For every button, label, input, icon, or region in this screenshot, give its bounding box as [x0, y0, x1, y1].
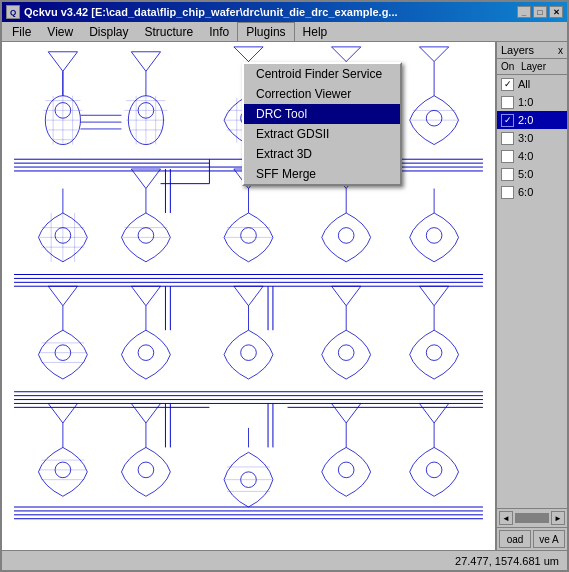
minimize-button[interactable]: _: [517, 6, 531, 18]
app-icon: Q: [6, 5, 20, 19]
layers-columns: On Layer: [497, 59, 567, 75]
window-title: Qckvu v3.42 [E:\cad_data\flip_chip_wafer…: [24, 6, 398, 18]
layer-label-all: All: [518, 78, 530, 90]
layer-row-all[interactable]: All: [497, 75, 567, 93]
menu-correction-viewer[interactable]: Correction Viewer: [244, 84, 400, 104]
layer-row-4-0[interactable]: 4:0: [497, 147, 567, 165]
layers-header: Layers x: [497, 42, 567, 59]
layer-label-5-0: 5:0: [518, 168, 533, 180]
title-bar-left: Q Qckvu v3.42 [E:\cad_data\flip_chip_waf…: [6, 5, 398, 19]
layer-checkbox-6-0[interactable]: [501, 186, 514, 199]
layer-row-3-0[interactable]: 3:0: [497, 129, 567, 147]
layer-load-button[interactable]: oad: [499, 530, 531, 548]
plugins-dropdown: Centroid Finder Service Correction Viewe…: [242, 62, 402, 186]
layers-bottom-buttons: oad ve A: [497, 527, 567, 550]
layer-label-3-0: 3:0: [518, 132, 533, 144]
title-buttons: _ □ ✕: [517, 6, 563, 18]
layers-scrollbar: ◄ ►: [497, 508, 567, 527]
menu-display[interactable]: Display: [81, 22, 136, 41]
layer-row-1-0[interactable]: 1:0: [497, 93, 567, 111]
layer-checkbox-2-0[interactable]: [501, 114, 514, 127]
layers-panel: Layers x On Layer All 1:0 2:0: [495, 42, 567, 550]
layer-label-4-0: 4:0: [518, 150, 533, 162]
menu-plugins[interactable]: Plugins: [237, 22, 294, 41]
menu-extract-3d[interactable]: Extract 3D: [244, 144, 400, 164]
scroll-track: [515, 513, 549, 523]
scroll-right-arrow[interactable]: ►: [551, 511, 565, 525]
menu-info[interactable]: Info: [201, 22, 237, 41]
layer-checkbox-4-0[interactable]: [501, 150, 514, 163]
menu-sff-merge[interactable]: SFF Merge: [244, 164, 400, 184]
layers-col-layer: Layer: [521, 61, 563, 72]
menu-bar: File View Display Structure Info Plugins…: [2, 22, 567, 42]
layer-checkbox-all[interactable]: [501, 78, 514, 91]
layer-checkbox-1-0[interactable]: [501, 96, 514, 109]
canvas-area: Centroid Finder Service Correction Viewe…: [2, 42, 495, 550]
close-button[interactable]: ✕: [549, 6, 563, 18]
menu-structure[interactable]: Structure: [137, 22, 202, 41]
menu-view[interactable]: View: [39, 22, 81, 41]
layer-checkbox-3-0[interactable]: [501, 132, 514, 145]
layer-checkbox-5-0[interactable]: [501, 168, 514, 181]
menu-extract-gdsii[interactable]: Extract GDSII: [244, 124, 400, 144]
layer-row-5-0[interactable]: 5:0: [497, 165, 567, 183]
layer-label-1-0: 1:0: [518, 96, 533, 108]
layer-label-2-0: 2:0: [518, 114, 533, 126]
menu-file[interactable]: File: [4, 22, 39, 41]
menu-help[interactable]: Help: [295, 22, 336, 41]
main-content: Centroid Finder Service Correction Viewe…: [2, 42, 567, 550]
menu-drc-tool[interactable]: DRC Tool: [244, 104, 400, 124]
layer-row-2-0[interactable]: 2:0: [497, 111, 567, 129]
layers-title: Layers: [501, 44, 534, 56]
title-bar: Q Qckvu v3.42 [E:\cad_data\flip_chip_waf…: [2, 2, 567, 22]
layers-col-on: On: [501, 61, 521, 72]
status-bar: 27.477, 1574.681 um: [2, 550, 567, 570]
layer-row-6-0[interactable]: 6:0: [497, 183, 567, 201]
layers-close-button[interactable]: x: [558, 45, 563, 56]
layer-save-button[interactable]: ve A: [533, 530, 565, 548]
layer-label-6-0: 6:0: [518, 186, 533, 198]
coordinates-display: 27.477, 1574.681 um: [455, 555, 559, 567]
main-window: Q Qckvu v3.42 [E:\cad_data\flip_chip_waf…: [0, 0, 569, 572]
maximize-button[interactable]: □: [533, 6, 547, 18]
scroll-left-arrow[interactable]: ◄: [499, 511, 513, 525]
menu-centroid-finder[interactable]: Centroid Finder Service: [244, 64, 400, 84]
